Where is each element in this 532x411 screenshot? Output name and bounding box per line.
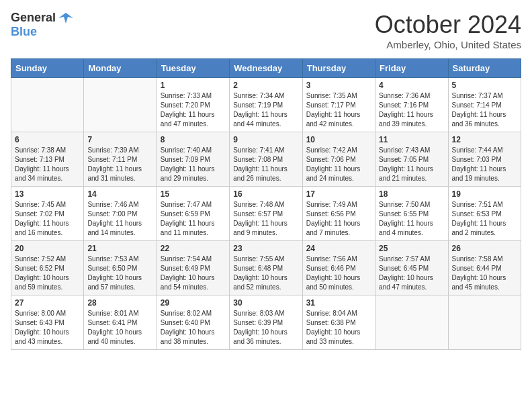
calendar-week-row: 1Sunrise: 7:33 AMSunset: 7:20 PMDaylight… [11,78,521,132]
col-friday: Friday [375,59,448,78]
table-row: 29Sunrise: 8:02 AMSunset: 6:40 PMDayligh… [157,295,229,350]
day-number: 21 [87,244,152,253]
day-info: Sunrise: 7:49 AMSunset: 6:56 PMDaylight:… [306,200,371,238]
day-info: Sunrise: 7:33 AMSunset: 7:20 PMDaylight:… [161,91,226,129]
day-info: Sunrise: 7:46 AMSunset: 7:00 PMDaylight:… [87,200,152,238]
day-number: 31 [306,298,371,308]
table-row: 19Sunrise: 7:51 AMSunset: 6:53 PMDayligh… [448,187,521,241]
day-info: Sunrise: 7:48 AMSunset: 6:57 PMDaylight:… [233,200,298,238]
table-row: 24Sunrise: 7:56 AMSunset: 6:46 PMDayligh… [302,241,375,295]
calendar-week-row: 27Sunrise: 8:00 AMSunset: 6:43 PMDayligh… [11,295,521,350]
table-row: 20Sunrise: 7:52 AMSunset: 6:52 PMDayligh… [11,241,84,295]
calendar-header-row: Sunday Monday Tuesday Wednesday Thursday… [11,59,521,78]
day-info: Sunrise: 7:41 AMSunset: 7:08 PMDaylight:… [233,146,298,183]
day-number: 8 [161,135,226,144]
day-info: Sunrise: 7:58 AMSunset: 6:44 PMDaylight:… [452,255,517,292]
day-info: Sunrise: 8:00 AMSunset: 6:43 PMDaylight:… [15,309,80,347]
location: Amberley, Ohio, United States [375,39,521,50]
table-row: 15Sunrise: 7:47 AMSunset: 6:59 PMDayligh… [157,187,229,241]
table-row: 14Sunrise: 7:46 AMSunset: 7:00 PMDayligh… [84,187,157,241]
day-number: 28 [87,298,152,308]
table-row: 2Sunrise: 7:34 AMSunset: 7:19 PMDaylight… [230,78,302,132]
calendar-week-row: 20Sunrise: 7:52 AMSunset: 6:52 PMDayligh… [11,241,521,295]
day-number: 14 [87,189,152,199]
logo-blue-text: Blue [11,25,37,38]
col-saturday: Saturday [448,59,521,78]
col-sunday: Sunday [11,59,84,78]
logo-bird-icon [58,11,73,25]
day-info: Sunrise: 7:35 AMSunset: 7:17 PMDaylight:… [306,91,371,129]
day-number: 6 [15,135,80,144]
day-info: Sunrise: 7:40 AMSunset: 7:09 PMDaylight:… [161,146,226,183]
table-row: 11Sunrise: 7:43 AMSunset: 7:05 PMDayligh… [375,132,448,187]
day-number: 22 [161,244,226,253]
day-number: 15 [161,189,226,199]
table-row: 30Sunrise: 8:03 AMSunset: 6:39 PMDayligh… [230,295,302,350]
day-number: 5 [452,81,517,90]
table-row: 17Sunrise: 7:49 AMSunset: 6:56 PMDayligh… [302,187,375,241]
day-info: Sunrise: 8:04 AMSunset: 6:38 PMDaylight:… [306,309,371,347]
logo: General Blue [11,11,73,39]
table-row: 27Sunrise: 8:00 AMSunset: 6:43 PMDayligh… [11,295,84,350]
day-number: 10 [306,135,371,144]
day-info: Sunrise: 7:34 AMSunset: 7:19 PMDaylight:… [233,91,298,129]
day-number: 26 [452,244,517,253]
table-row: 25Sunrise: 7:57 AMSunset: 6:45 PMDayligh… [375,241,448,295]
calendar-week-row: 13Sunrise: 7:45 AMSunset: 7:02 PMDayligh… [11,187,521,241]
table-row [11,78,84,132]
table-row: 26Sunrise: 7:58 AMSunset: 6:44 PMDayligh… [448,241,521,295]
table-row: 9Sunrise: 7:41 AMSunset: 7:08 PMDaylight… [230,132,302,187]
table-row: 23Sunrise: 7:55 AMSunset: 6:48 PMDayligh… [230,241,302,295]
table-row: 6Sunrise: 7:38 AMSunset: 7:13 PMDaylight… [11,132,84,187]
day-info: Sunrise: 7:51 AMSunset: 6:53 PMDaylight:… [452,200,517,238]
day-info: Sunrise: 7:47 AMSunset: 6:59 PMDaylight:… [161,200,226,238]
table-row: 1Sunrise: 7:33 AMSunset: 7:20 PMDaylight… [157,78,229,132]
day-info: Sunrise: 7:42 AMSunset: 7:06 PMDaylight:… [306,146,371,183]
day-number: 27 [15,298,80,308]
table-row: 28Sunrise: 8:01 AMSunset: 6:41 PMDayligh… [84,295,157,350]
col-wednesday: Wednesday [230,59,302,78]
day-number: 1 [161,81,226,90]
table-row: 16Sunrise: 7:48 AMSunset: 6:57 PMDayligh… [230,187,302,241]
col-tuesday: Tuesday [157,59,229,78]
table-row: 13Sunrise: 7:45 AMSunset: 7:02 PMDayligh… [11,187,84,241]
table-row: 3Sunrise: 7:35 AMSunset: 7:17 PMDaylight… [302,78,375,132]
day-number: 23 [233,244,298,253]
day-info: Sunrise: 8:03 AMSunset: 6:39 PMDaylight:… [233,309,298,347]
day-info: Sunrise: 7:39 AMSunset: 7:11 PMDaylight:… [87,146,152,183]
day-info: Sunrise: 8:01 AMSunset: 6:41 PMDaylight:… [87,309,152,347]
page: General Blue October 2024 Amberley, Ohio… [0,0,532,361]
month-title: October 2024 [375,11,521,39]
day-number: 4 [379,81,444,90]
table-row: 10Sunrise: 7:42 AMSunset: 7:06 PMDayligh… [302,132,375,187]
day-number: 30 [233,298,298,308]
day-info: Sunrise: 7:53 AMSunset: 6:50 PMDaylight:… [87,255,152,292]
table-row: 22Sunrise: 7:54 AMSunset: 6:49 PMDayligh… [157,241,229,295]
day-number: 16 [233,189,298,199]
day-number: 13 [15,189,80,199]
table-row: 5Sunrise: 7:37 AMSunset: 7:14 PMDaylight… [448,78,521,132]
day-number: 20 [15,244,80,253]
day-info: Sunrise: 7:57 AMSunset: 6:45 PMDaylight:… [379,255,444,292]
calendar-table: Sunday Monday Tuesday Wednesday Thursday… [11,58,521,350]
title-block: October 2024 Amberley, Ohio, United Stat… [375,11,521,50]
day-number: 7 [87,135,152,144]
table-row [375,295,448,350]
day-number: 12 [452,135,517,144]
table-row: 31Sunrise: 8:04 AMSunset: 6:38 PMDayligh… [302,295,375,350]
table-row: 8Sunrise: 7:40 AMSunset: 7:09 PMDaylight… [157,132,229,187]
day-info: Sunrise: 7:44 AMSunset: 7:03 PMDaylight:… [452,146,517,183]
day-info: Sunrise: 7:50 AMSunset: 6:55 PMDaylight:… [379,200,444,238]
day-number: 29 [161,298,226,308]
table-row: 21Sunrise: 7:53 AMSunset: 6:50 PMDayligh… [84,241,157,295]
table-row: 12Sunrise: 7:44 AMSunset: 7:03 PMDayligh… [448,132,521,187]
day-info: Sunrise: 7:38 AMSunset: 7:13 PMDaylight:… [15,146,80,183]
day-info: Sunrise: 7:43 AMSunset: 7:05 PMDaylight:… [379,146,444,183]
day-number: 25 [379,244,444,253]
table-row: 4Sunrise: 7:36 AMSunset: 7:16 PMDaylight… [375,78,448,132]
svg-marker-0 [58,13,73,24]
calendar-week-row: 6Sunrise: 7:38 AMSunset: 7:13 PMDaylight… [11,132,521,187]
day-number: 18 [379,189,444,199]
day-number: 11 [379,135,444,144]
header: General Blue October 2024 Amberley, Ohio… [11,11,521,50]
